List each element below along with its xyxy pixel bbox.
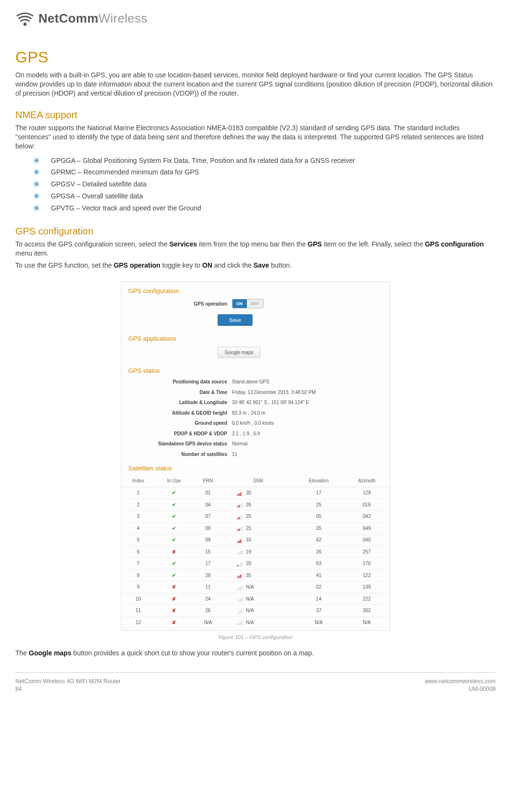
nmea-body: The router supports the National Marine … <box>15 123 496 151</box>
check-icon: ✔ <box>172 526 176 531</box>
status-value: 2.1 , 1.9 , 0.9 <box>232 431 260 437</box>
table-header: PRN <box>193 475 223 487</box>
status-label: Positioning data source <box>122 379 232 385</box>
status-value: 82.3 m , 24.0 m <box>232 410 265 417</box>
table-row: 2✔04 2625016 <box>122 499 389 511</box>
table-row: 11✘26 N/A37302 <box>122 605 389 617</box>
table-row: 6✘15 1926257 <box>122 546 389 558</box>
satellites-table: IndexIn UsePRNSNRElevationAzimuth 1✔01 3… <box>122 475 389 629</box>
status-value: Friday, 13 December 2013, 3:48:02 PM <box>232 389 316 396</box>
status-value: Normal <box>232 441 247 447</box>
signal-bars-icon <box>237 515 243 519</box>
status-label: Latitude & Longitude <box>122 399 232 406</box>
status-row: PDOP & HDOP & VDOP2.1 , 1.9 , 0.9 <box>122 429 389 439</box>
status-label: Ground speed <box>122 420 232 427</box>
status-row: Date & TimeFriday, 13 December 2013, 3:4… <box>122 387 389 398</box>
x-icon: ✘ <box>172 620 176 625</box>
footer-url: www.netcommwireless.com <box>425 677 496 685</box>
brand-text: NetCommWireless <box>38 10 147 27</box>
section-title-gpsconfig: GPS configuration <box>15 225 496 238</box>
signal-bars-icon <box>237 538 243 543</box>
svg-point-0 <box>24 23 27 26</box>
signal-bars-icon <box>237 503 243 507</box>
table-row: 1✔01 3017129 <box>122 487 389 499</box>
signal-bars-icon <box>237 620 243 625</box>
figure-caption: Figure 101 – GPS configuration <box>15 634 496 641</box>
footer-product: NetComm Wireless 4G WiFi M2M Router <box>15 677 121 685</box>
panel-title: GPS status <box>122 362 389 377</box>
check-icon: ✔ <box>172 537 176 542</box>
signal-bars-icon <box>237 550 243 554</box>
x-icon: ✘ <box>172 584 176 590</box>
table-row: 7✔17 2083170 <box>122 558 389 570</box>
check-icon: ✔ <box>172 561 176 566</box>
table-row: 3✔07 2505042 <box>122 511 389 523</box>
x-icon: ✘ <box>172 596 176 602</box>
check-icon: ✔ <box>172 502 176 507</box>
signal-bars-icon <box>237 491 243 496</box>
footer-doc: UM-00009 <box>425 685 496 693</box>
cfg-p2: To use the GPS function, set the GPS ope… <box>15 261 496 270</box>
list-item: GPGSA – Overall satellite data <box>42 190 496 202</box>
status-value: 0.0 km/h , 0.0 knots <box>232 420 274 427</box>
panel-title: GPS applications <box>122 330 389 345</box>
status-label: Number of satellites <box>122 451 232 458</box>
status-label: Altitude & GEOID height <box>122 410 232 417</box>
signal-bars-icon <box>237 585 243 590</box>
panel-title: Satellites status <box>122 459 389 475</box>
x-icon: ✘ <box>172 549 176 554</box>
status-row: Standalone GPS device statusNormal <box>122 439 389 449</box>
check-icon: ✔ <box>172 490 176 495</box>
brand-logo: NetCommWireless <box>15 10 496 28</box>
status-label: Standalone GPS device status <box>122 441 232 447</box>
list-item: GPGGA – Global Positioning System Fix Da… <box>42 155 496 167</box>
signal-bars-icon <box>237 573 243 578</box>
list-item: GPRMC – Recommended minimum data for GPS <box>42 166 496 178</box>
x-icon: ✘ <box>172 608 176 613</box>
table-header: Azimuth <box>344 475 389 487</box>
table-row: 9✘11 N/A02139 <box>122 581 389 593</box>
table-row: 8✔28 3541122 <box>122 569 389 581</box>
section-title-nmea: NMEA support <box>15 109 496 122</box>
gps-operation-toggle[interactable]: ONOFF <box>232 299 264 308</box>
footer-page: 84 <box>15 685 121 693</box>
table-row: 5✔09 3342040 <box>122 534 389 546</box>
table-header: Index <box>122 475 155 487</box>
status-value: Stand-alone GPS <box>232 379 269 385</box>
signal-bars-icon <box>237 526 243 531</box>
table-row: 10✘24 N/A14222 <box>122 593 389 605</box>
screenshot: GPS configuration GPS operation ONOFF Sa… <box>121 282 390 631</box>
status-value: 33 48' 42.901" S , 151 08' 94.124" E <box>232 399 309 406</box>
status-value: 11 <box>232 451 237 458</box>
panel-title: GPS configuration <box>122 282 389 297</box>
table-row: 4✔08 2535049 <box>122 522 389 534</box>
table-header: SNR <box>223 475 293 487</box>
table-header: In Use <box>155 475 193 487</box>
status-row: Ground speed0.0 km/h , 0.0 knots <box>122 418 389 429</box>
status-row: Altitude & GEOID height82.3 m , 24.0 m <box>122 408 389 418</box>
status-row: Positioning data sourceStand-alone GPS <box>122 377 389 387</box>
list-item: GPVTG – Vector track and speed over the … <box>42 202 496 214</box>
section-title-gps: GPS <box>15 47 496 68</box>
wireless-icon <box>15 10 35 28</box>
status-label: Date & Time <box>122 389 232 396</box>
save-button[interactable]: Save <box>218 314 253 326</box>
google-maps-button[interactable]: Google maps <box>218 347 260 358</box>
signal-bars-icon <box>237 562 243 566</box>
status-row: Latitude & Longitude33 48' 42.901" S , 1… <box>122 397 389 408</box>
signal-bars-icon <box>237 597 243 602</box>
check-icon: ✔ <box>172 573 176 578</box>
page-footer: NetComm Wireless 4G WiFi M2M Router 84 w… <box>15 672 496 702</box>
check-icon: ✔ <box>172 514 176 519</box>
signal-bars-icon <box>237 609 243 614</box>
status-row: Number of satellites11 <box>122 449 389 460</box>
nmea-list: GPGGA – Global Positioning System Fix Da… <box>15 155 496 214</box>
cfg-p1: To access the GPS configuration screen, … <box>15 240 496 258</box>
gmaps-note: The Google maps button provides a quick … <box>15 649 496 658</box>
list-item: GPGSV – Detailed satellite data <box>42 178 496 190</box>
table-row: 12✘N/A N/AN/AN/A <box>122 616 389 628</box>
intro-paragraph: On models with a built-in GPS, you are a… <box>15 71 496 98</box>
table-header: Elevation <box>293 475 344 487</box>
status-label: PDOP & HDOP & VDOP <box>122 431 232 437</box>
gps-operation-label: GPS operation <box>122 301 232 308</box>
